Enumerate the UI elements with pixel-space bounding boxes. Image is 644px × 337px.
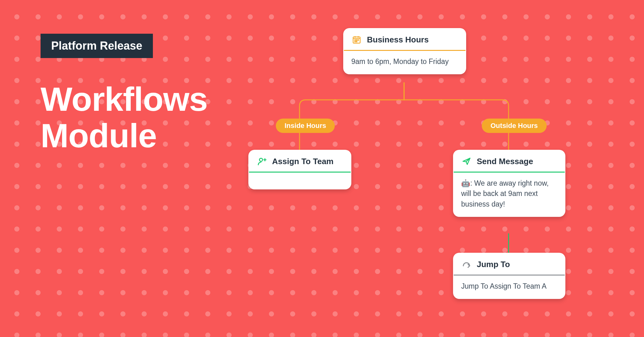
- node-title: Jump To: [477, 260, 510, 269]
- svg-point-5: [355, 40, 356, 41]
- node-send-message: Send Message 🤖: We are away right now, w…: [453, 150, 565, 217]
- node-jump-to: Jump To Jump To Assign To Team A: [453, 253, 565, 299]
- send-icon: [461, 156, 472, 167]
- svg-point-10: [260, 158, 263, 161]
- svg-point-7: [358, 40, 359, 41]
- svg-point-8: [355, 41, 356, 42]
- headline: Workflows Module: [41, 81, 207, 154]
- node-title: Send Message: [477, 157, 533, 166]
- branch-pill-inside: Inside Hours: [276, 119, 335, 133]
- calendar-icon: [351, 34, 362, 45]
- node-assign-team: Assign To Team: [248, 150, 351, 189]
- branch-pill-outside: Outside Hours: [482, 119, 547, 133]
- release-badge: Platform Release: [41, 34, 153, 58]
- redo-arc-icon: [461, 259, 472, 270]
- node-title: Assign To Team: [272, 157, 334, 166]
- workflow-diagram: Business Hours 9am to 6pm, Monday to Fri…: [253, 28, 602, 331]
- node-body: [248, 173, 351, 189]
- node-title: Business Hours: [367, 35, 429, 45]
- user-plus-icon: [256, 156, 267, 167]
- svg-point-9: [356, 41, 357, 42]
- headline-line-2: Module: [41, 117, 157, 154]
- headline-line-1: Workflows: [41, 80, 207, 118]
- node-business-hours: Business Hours 9am to 6pm, Monday to Fri…: [343, 28, 466, 74]
- node-body: 🤖: We are away right now, will be back a…: [453, 173, 565, 217]
- node-body: 9am to 6pm, Monday to Friday: [343, 51, 466, 74]
- node-body: Jump To Assign To Team A: [453, 276, 565, 299]
- svg-point-6: [356, 40, 357, 41]
